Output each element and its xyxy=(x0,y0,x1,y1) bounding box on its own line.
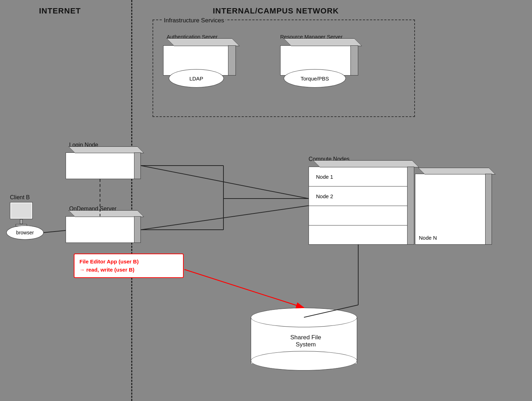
monitor xyxy=(10,202,33,219)
svg-line-2 xyxy=(141,166,309,199)
ondemand-server-side xyxy=(134,216,141,243)
svg-line-4 xyxy=(184,269,304,308)
nodeN-row: Node N xyxy=(419,235,437,241)
compute-nodes-top xyxy=(313,160,419,167)
browser-ellipse: browser xyxy=(6,225,44,240)
login-node-front xyxy=(66,152,135,179)
db-top xyxy=(251,308,357,327)
client-b-computer xyxy=(10,202,33,226)
node1-row: Node 1 xyxy=(309,167,408,186)
dashed-divider xyxy=(131,0,132,401)
compute-nodes2-front: Node N xyxy=(415,174,486,245)
svg-line-3 xyxy=(141,206,309,230)
client-b-label: Client B xyxy=(10,194,30,201)
svg-line-1 xyxy=(44,230,66,233)
compute-nodes2-top xyxy=(418,168,496,174)
db-bottom xyxy=(251,351,357,371)
ldap-ellipse: LDAP xyxy=(169,69,224,88)
infra-services-label: Infrastructure Services xyxy=(162,17,226,24)
auth-server-top xyxy=(166,38,240,46)
monitor-stand xyxy=(20,219,23,224)
login-node-side xyxy=(134,152,141,179)
compute-nodes-front: Node 1 Node 2 xyxy=(309,167,408,245)
annotation-box: File Editor App (user B) → read, write (… xyxy=(74,254,184,278)
compute-nodes-side xyxy=(407,167,414,245)
login-node-top xyxy=(68,146,144,153)
node2-row: Node 2 xyxy=(309,186,408,206)
monitor-screen xyxy=(11,203,32,218)
shared-fs-label: Shared File System xyxy=(268,334,343,348)
internet-label: INTERNET xyxy=(39,6,81,16)
ondemand-server-front xyxy=(66,216,135,243)
svg-line-13 xyxy=(304,245,358,317)
network-label: INTERNAL/CAMPUS NETWORK xyxy=(213,6,339,16)
node4-row xyxy=(309,225,408,245)
rm-server-top xyxy=(283,38,362,46)
node3-row xyxy=(309,206,408,225)
compute-nodes2-side xyxy=(485,174,492,245)
auth-server-side xyxy=(228,45,236,76)
rm-server-side xyxy=(350,45,358,76)
ondemand-server-top xyxy=(68,210,144,217)
torque-ellipse: Torque/PBS xyxy=(284,69,346,88)
